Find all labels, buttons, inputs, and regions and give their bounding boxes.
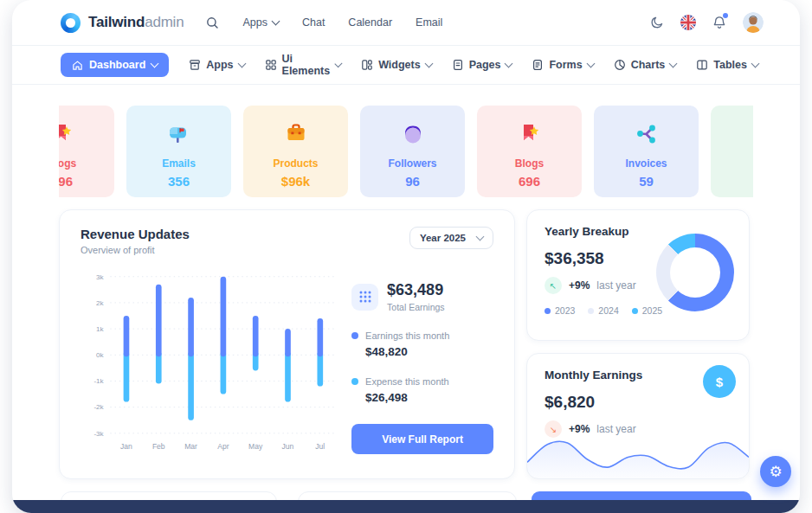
chevron-down-icon <box>476 233 485 241</box>
monthly-area-chart <box>527 435 749 478</box>
chevron-down-icon <box>669 60 678 68</box>
bookmark-star-icon <box>59 119 114 150</box>
stat-card-blogs[interactable]: Blogs 696 <box>477 106 582 197</box>
dashboard-window: Tailwindadmin Apps Chat Calendar Email <box>12 0 800 513</box>
legend-dot-2023 <box>545 308 551 314</box>
legend-dot-2024 <box>588 308 594 314</box>
year-select[interactable]: Year 2025 <box>409 227 493 249</box>
stat-label: Blogs <box>477 157 582 170</box>
svg-text:May: May <box>248 442 263 451</box>
nav-item-tables[interactable]: Tables <box>696 59 758 71</box>
grid-dots-icon <box>351 284 378 311</box>
search-icon[interactable] <box>206 16 219 29</box>
nav-item-apps[interactable]: Apps <box>189 59 244 71</box>
view-full-report-button[interactable]: View Full Report <box>351 424 493 454</box>
svg-text:-1k: -1k <box>93 377 104 385</box>
revenue-subtitle: Overview of profit <box>81 245 190 255</box>
home-icon <box>72 60 83 71</box>
share-icon <box>594 119 699 150</box>
stat-cards-carousel: Blogs 696 Emails 356 Products $96k <box>59 106 753 197</box>
monthly-delta: +9% <box>569 423 590 435</box>
legend-dot-blue <box>351 332 358 339</box>
bell-icon[interactable] <box>712 16 726 29</box>
stat-card-invoices[interactable]: Invoices 59 <box>594 106 699 197</box>
stat-card-emails[interactable]: Emails 356 <box>126 106 231 197</box>
gear-icon[interactable]: ⚙ <box>760 456 791 487</box>
stat-card-products[interactable]: Products $96k <box>243 106 348 197</box>
brand-bold: Tailwind <box>88 14 145 30</box>
nav-item-widgets[interactable]: Widgets <box>361 59 432 71</box>
top-menu: Apps Chat Calendar Email <box>206 16 442 29</box>
legend-expense: Expense this month $26,498 <box>351 376 493 404</box>
chevron-down-icon <box>751 60 759 68</box>
trend-up-icon: ↖ <box>545 277 562 294</box>
nav-item-forms[interactable]: Forms <box>532 59 593 71</box>
svg-text:2k: 2k <box>96 299 105 307</box>
charts-icon <box>614 59 626 71</box>
svg-text:0k: 0k <box>96 351 105 359</box>
yearly-breakup-card: Yearly Breakup $36,358 ↖ +9% last year 2… <box>526 209 750 341</box>
stat-card-blogs-partial[interactable]: Blogs 696 <box>59 106 114 197</box>
stat-value: 696 <box>477 174 582 189</box>
right-column: Yearly Breakup $36,358 ↖ +9% last year 2… <box>526 209 750 479</box>
chevron-down-icon <box>505 60 513 68</box>
stat-label: Invoices <box>594 157 699 170</box>
brand-logo[interactable]: Tailwindadmin <box>61 13 184 33</box>
nav-item-charts[interactable]: Charts <box>614 59 677 71</box>
top-link-calendar[interactable]: Calendar <box>348 16 392 29</box>
nav-item-pages[interactable]: Pages <box>452 59 512 71</box>
apps-icon <box>189 59 201 71</box>
svg-text:Apr: Apr <box>217 442 229 451</box>
notification-dot <box>723 13 728 18</box>
svg-text:Jun: Jun <box>282 442 294 451</box>
avatar[interactable] <box>743 12 764 33</box>
revenue-bar-chart: 3k2k1k0k-1k-2k-3kJanFebMarAprMayJunJul <box>81 260 343 459</box>
earnings-value: $48,820 <box>365 345 493 358</box>
bottom-frame-band <box>12 500 800 513</box>
main-content: Revenue Updates Overview of profit Year … <box>59 209 753 479</box>
legend-earnings: Earnings this month $48,820 <box>351 330 493 358</box>
yearly-delta: +9% <box>569 279 590 292</box>
chevron-down-icon <box>272 17 280 26</box>
topbar-actions <box>650 12 764 33</box>
stat-cards-row: Blogs 696 Emails 356 Products $96k <box>59 106 753 197</box>
svg-text:1k: 1k <box>96 325 105 333</box>
grid-icon <box>265 59 277 71</box>
revenue-summary: $63,489 Total Earnings Earnings this mon… <box>343 260 493 459</box>
stat-value: 59 <box>594 174 699 189</box>
yearly-delta-caption: last year <box>596 279 635 292</box>
legend-dot-cyan <box>351 378 358 385</box>
dollar-icon[interactable]: $ <box>703 365 736 398</box>
top-link-apps[interactable]: Apps <box>242 16 279 29</box>
total-earnings-value: $63,489 <box>387 281 445 299</box>
svg-text:Feb: Feb <box>152 442 165 451</box>
bookmark-star-icon <box>477 119 582 150</box>
nav-item-ui-elements[interactable]: Ui Elements <box>265 53 342 77</box>
top-link-email[interactable]: Email <box>416 16 442 29</box>
expense-value: $26,498 <box>365 391 493 404</box>
top-link-chat[interactable]: Chat <box>302 16 325 29</box>
monthly-delta-caption: last year <box>596 423 635 435</box>
stat-value: 356 <box>126 174 231 189</box>
chevron-down-icon <box>586 60 595 68</box>
screen: Tailwindadmin Apps Chat Calendar Email <box>0 0 812 513</box>
tables-icon <box>696 59 708 71</box>
uk-flag-icon[interactable] <box>680 15 696 30</box>
brand-light: admin <box>145 14 184 30</box>
forms-icon <box>532 59 544 71</box>
legend-dot-2025 <box>632 308 638 314</box>
yearly-donut-chart <box>656 234 734 311</box>
mailbox-icon <box>126 119 231 150</box>
stat-value: 96 <box>360 174 465 189</box>
stat-value: $96k <box>243 174 348 189</box>
stat-label: Blogs <box>59 157 114 170</box>
revenue-updates-card: Revenue Updates Overview of profit Year … <box>59 209 515 479</box>
svg-text:Mar: Mar <box>184 442 197 451</box>
stat-card-followers[interactable]: Followers 96 <box>360 106 465 197</box>
stat-value: 696 <box>59 174 114 189</box>
total-earnings-label: Total Earnings <box>387 302 445 312</box>
logo-ring-icon <box>61 13 81 33</box>
stat-card-partial-right[interactable] <box>711 106 753 197</box>
moon-icon[interactable] <box>650 16 664 29</box>
nav-item-dashboard[interactable]: Dashboard <box>61 53 169 77</box>
